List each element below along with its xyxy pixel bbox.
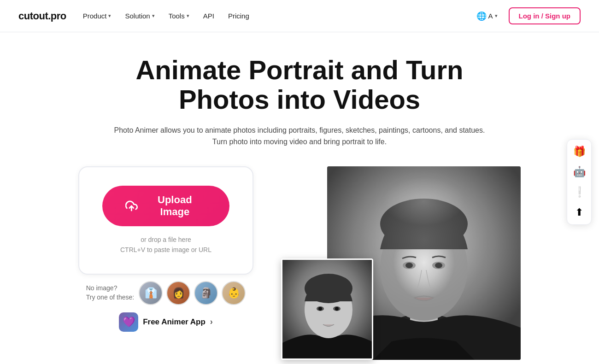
svg-point-10: [435, 263, 442, 268]
hero-title: Animate Portrait and Turn Photos into Vi…: [92, 55, 507, 114]
upload-image-button[interactable]: Upload Image: [102, 186, 229, 226]
gift-button[interactable]: 🎁: [569, 141, 589, 162]
nav-items: Product ▾ Solution ▾ Tools ▾ API Pricing: [83, 12, 249, 20]
svg-point-8: [405, 263, 413, 268]
navbar: cutout.pro Product ▾ Solution ▾ Tools ▾ …: [0, 0, 599, 32]
side-panel: 🎁 🤖 ❕ ⬆: [567, 139, 592, 225]
chevron-down-icon: ▾: [108, 13, 111, 19]
logo[interactable]: cutout.pro: [18, 10, 66, 22]
chevron-down-icon: ▾: [152, 13, 155, 19]
sample-label: No image? Try one of these:: [86, 284, 135, 302]
svg-point-18: [318, 307, 322, 311]
drop-line2: CTRL+V to paste image or URL: [120, 245, 211, 255]
sample-thumb-4[interactable]: 👶: [222, 281, 246, 305]
nav-item-api[interactable]: API: [203, 12, 214, 20]
app-btn-label: Free Animer App: [143, 317, 206, 327]
sample-thumb-1[interactable]: 👔: [139, 281, 163, 305]
arrow-right-icon: ›: [210, 317, 213, 327]
svg-point-5: [380, 215, 468, 321]
upload-section: Upload Image or drop a file here CTRL+V …: [78, 166, 253, 332]
translate-icon: 🌐: [476, 11, 487, 21]
no-image-label: No image?: [86, 284, 135, 293]
svg-point-9: [432, 262, 445, 269]
chevron-down-icon: ▾: [187, 13, 189, 19]
navbar-left: cutout.pro Product ▾ Solution ▾ Tools ▾ …: [18, 10, 249, 22]
main-content: Animate Portrait and Turn Photos into Vi…: [0, 32, 599, 360]
upload-top-button[interactable]: ⬆: [569, 202, 589, 223]
try-these-label: Try one of these:: [86, 293, 135, 302]
hero-subtitle: Photo Animer allows you to animate photo…: [111, 124, 488, 148]
nav-product-label: Product: [83, 12, 107, 20]
chevron-down-icon: ▾: [495, 13, 498, 19]
upload-box: Upload Image or drop a file here CTRL+V …: [78, 166, 253, 275]
nav-pricing-label: Pricing: [228, 12, 249, 20]
nav-solution-label: Solution: [125, 12, 150, 20]
svg-point-7: [403, 262, 416, 269]
drop-line1: or drop a file here: [120, 235, 211, 245]
drop-text: or drop a file here CTRL+V to paste imag…: [120, 235, 211, 255]
nav-tools-label: Tools: [169, 12, 185, 20]
svg-rect-4: [410, 305, 438, 341]
robot-button[interactable]: 🤖: [569, 162, 589, 182]
sample-thumb-2[interactable]: 👩: [166, 281, 190, 305]
sample-images-row: No image? Try one of these: 👔 👩 🗿 👶: [86, 281, 246, 305]
lang-label: A: [488, 12, 493, 20]
alert-button[interactable]: ❕: [569, 182, 589, 202]
nav-item-product[interactable]: Product ▾: [83, 12, 112, 20]
nav-api-label: API: [203, 12, 214, 20]
content-row: Upload Image or drop a file here CTRL+V …: [0, 166, 599, 360]
upload-button-label: Upload Image: [143, 194, 206, 218]
svg-point-6: [380, 199, 468, 249]
photo-area: [281, 166, 521, 360]
upload-arrow-icon: [125, 200, 138, 212]
nav-item-solution[interactable]: Solution ▾: [125, 12, 154, 20]
sample-thumbnails: 👔 👩 🗿 👶: [139, 281, 246, 305]
nav-item-pricing[interactable]: Pricing: [228, 12, 249, 20]
small-portrait-photo: [281, 258, 373, 360]
svg-point-20: [335, 307, 339, 311]
language-button[interactable]: 🌐 A ▾: [473, 9, 501, 23]
sample-thumb-3[interactable]: 🗿: [194, 281, 218, 305]
app-icon: 💜: [119, 312, 138, 332]
free-animer-app-button[interactable]: 💜 Free Animer App ›: [119, 312, 213, 332]
small-portrait-svg: [282, 260, 373, 360]
login-signup-button[interactable]: Log in / Sign up: [509, 7, 581, 24]
navbar-right: 🌐 A ▾ Log in / Sign up: [473, 7, 581, 24]
nav-item-tools[interactable]: Tools ▾: [169, 12, 189, 20]
